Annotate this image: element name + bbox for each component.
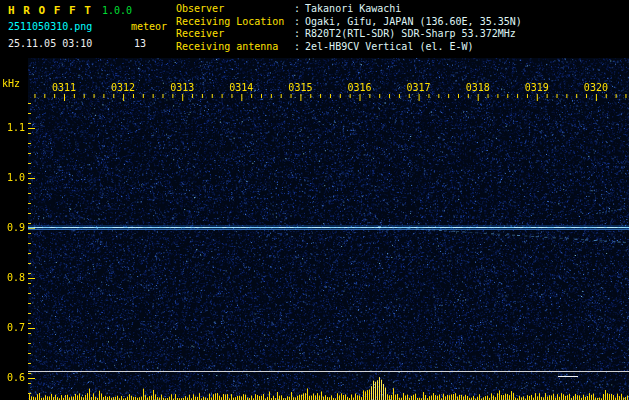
info-value-observer: Takanori Kawachi xyxy=(305,3,401,16)
hrofft-window: H R O F F T 1.0.0 2511050310.png meteor … xyxy=(0,0,629,400)
info-separator: : xyxy=(294,41,300,54)
info-label-location: Receiving Location xyxy=(176,16,294,29)
echo-count: 13 xyxy=(134,38,146,49)
info-separator: : xyxy=(294,3,300,16)
datetime-label: 25.11.05 03:10 xyxy=(8,38,92,49)
info-row-receiver: Receiver:R820T2(RTL-SDR) SDR-Sharp 53.37… xyxy=(176,28,522,41)
app-title: H R O F F T xyxy=(8,4,92,17)
app-version: 1.0.0 xyxy=(102,5,132,16)
info-separator: : xyxy=(294,28,300,41)
info-value-receiver: R820T2(RTL-SDR) SDR-Sharp 53.372MHz xyxy=(305,28,516,41)
output-filename: 2511050310.png xyxy=(8,21,92,32)
info-label-antenna: Receiving antenna xyxy=(176,41,294,54)
info-row-antenna: Receiving antenna:2el-HB9CV Vertical (el… xyxy=(176,41,522,54)
info-label-observer: Observer xyxy=(176,3,294,16)
info-value-location: Ogaki, Gifu, JAPAN (136.60E, 35.35N) xyxy=(305,16,522,29)
info-panel: Observer:Takanori Kawachi Receiving Loca… xyxy=(176,3,522,53)
info-row-observer: Observer:Takanori Kawachi xyxy=(176,3,522,16)
mode-label: meteor xyxy=(131,21,167,32)
spectrogram-plot xyxy=(0,55,629,400)
info-value-antenna: 2el-HB9CV Vertical (el. E-W) xyxy=(305,41,474,54)
info-row-location: Receiving Location:Ogaki, Gifu, JAPAN (1… xyxy=(176,16,522,29)
info-separator: : xyxy=(294,16,300,29)
info-label-receiver: Receiver xyxy=(176,28,294,41)
